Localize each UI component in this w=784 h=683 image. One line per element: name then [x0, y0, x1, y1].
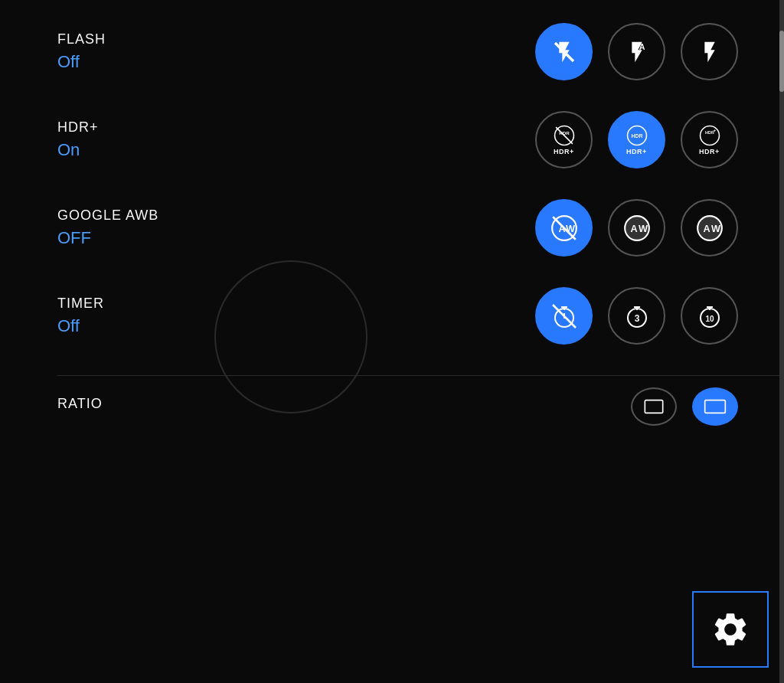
flash-off-button[interactable] [535, 23, 593, 80]
svg-text:+: + [713, 127, 716, 132]
hdr-title: HDR+ [57, 119, 256, 136]
svg-text:W: W [566, 224, 575, 234]
timer-label-group: TIMER Off [57, 296, 256, 336]
awb-title: GOOGLE AWB [57, 208, 256, 224]
ratio-option2-button[interactable] [692, 387, 738, 426]
settings-gear-button[interactable] [692, 591, 769, 668]
flash-title: FLASH [57, 31, 256, 47]
settings-list: FLASH Off A [0, 0, 784, 683]
timer-options: 3 10 [535, 287, 738, 345]
gear-icon [710, 609, 750, 649]
flash-value: Off [57, 52, 256, 72]
hdr-label-group: HDR+ On [57, 119, 256, 160]
hdr-auto-button[interactable]: HDR + HDR+ [681, 111, 738, 168]
hdr-on-label: HDR+ [626, 148, 647, 155]
flash-options: A [535, 23, 738, 80]
awb-options: A W A W A [535, 199, 738, 257]
ratio-label-group: RATIO [57, 396, 256, 417]
svg-text:W: W [639, 224, 648, 234]
awb-option2-button[interactable]: A W [608, 199, 665, 257]
timer-setting-row: TIMER Off [57, 287, 784, 352]
timer-value: Off [57, 316, 256, 336]
timer-title: TIMER [57, 296, 256, 312]
svg-text:HDR: HDR [631, 133, 642, 139]
svg-text:W: W [711, 224, 720, 234]
awb-value: OFF [57, 228, 256, 248]
svg-rect-34 [705, 400, 726, 413]
scrollbar[interactable] [779, 0, 784, 683]
timer-off-button[interactable] [535, 287, 593, 345]
svg-text:A: A [639, 42, 645, 51]
hdr-on-button[interactable]: HDR HDR+ [608, 111, 665, 168]
svg-text:A: A [703, 224, 710, 234]
svg-line-4 [556, 127, 573, 144]
hdr-off-button[interactable]: HDR HDR+ [535, 111, 593, 168]
svg-text:A: A [630, 224, 637, 234]
flash-on-button[interactable] [681, 23, 738, 80]
hdr-options: HDR HDR+ HDR HDR+ [535, 111, 738, 168]
svg-text:10: 10 [705, 315, 714, 323]
awb-off-button[interactable]: A W [535, 199, 593, 257]
ratio-options [631, 387, 738, 426]
svg-rect-33 [645, 400, 662, 413]
awb-setting-row: GOOGLE AWB OFF A W A [57, 199, 784, 264]
flash-label-group: FLASH Off [57, 31, 256, 72]
svg-text:3: 3 [634, 313, 639, 324]
scrollbar-thumb[interactable] [779, 31, 784, 92]
awb-label-group: GOOGLE AWB OFF [57, 208, 256, 248]
flash-auto-button[interactable]: A [608, 23, 665, 80]
hdr-setting-row: HDR+ On HDR HDR+ HDR [57, 111, 784, 176]
timer-3-button[interactable]: 3 [608, 287, 665, 345]
ratio-option1-button[interactable] [631, 387, 677, 426]
svg-point-7 [700, 126, 719, 145]
hdr-off-label: HDR+ [554, 148, 574, 155]
ratio-setting-row: RATIO [57, 375, 784, 429]
hdr-value: On [57, 140, 256, 160]
flash-setting-row: FLASH Off A [57, 23, 784, 88]
hdr-auto-label: HDR+ [699, 148, 720, 155]
awb-option3-button[interactable]: A W [681, 199, 738, 257]
camera-settings-panel: FLASH Off A [0, 0, 784, 683]
timer-10-button[interactable]: 10 [681, 287, 738, 345]
ratio-title: RATIO [57, 396, 256, 412]
